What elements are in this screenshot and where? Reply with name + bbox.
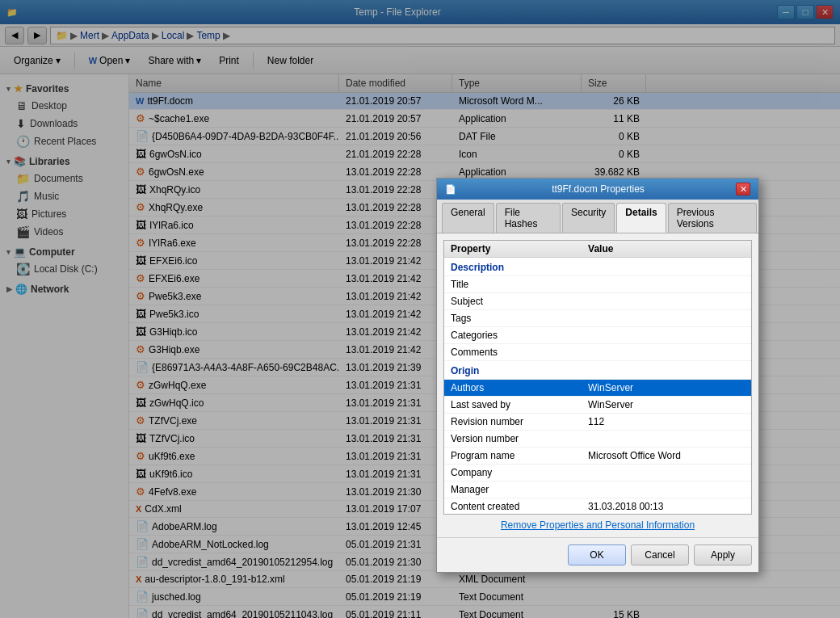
prop-key: Last saved by	[444, 397, 582, 414]
modal-overlay: 📄 tt9Ff.docm Properties ✕ General File H…	[0, 0, 840, 618]
prop-value	[582, 344, 751, 361]
prop-value: 31.03.2018 00:13	[582, 498, 751, 515]
prop-row: Tags	[444, 310, 751, 327]
ok-button[interactable]: OK	[568, 544, 626, 565]
prop-key: Title	[444, 276, 582, 293]
tab-file-hashes[interactable]: File Hashes	[496, 203, 561, 233]
tab-details[interactable]: Details	[616, 203, 666, 233]
prop-value: Microsoft Office Word	[582, 448, 751, 465]
prop-row: Last saved byWinServer	[444, 397, 751, 414]
prop-row: Content created31.03.2018 00:13	[444, 498, 751, 515]
prop-key: Tags	[444, 310, 582, 327]
prop-value: 112	[582, 414, 751, 431]
prop-key: Company	[444, 465, 582, 481]
dialog-content: Property Value DescriptionTitleSubjectTa…	[437, 233, 758, 537]
cancel-button[interactable]: Cancel	[631, 544, 689, 565]
property-table-container[interactable]: Property Value DescriptionTitleSubjectTa…	[443, 240, 752, 515]
prop-row: Subject	[444, 293, 751, 310]
prop-col-property: Property	[444, 241, 582, 258]
prop-value	[582, 293, 751, 310]
dialog-close-button[interactable]: ✕	[736, 183, 750, 195]
prop-value	[582, 310, 751, 327]
prop-section-label: Description	[444, 258, 751, 276]
property-table: Property Value DescriptionTitleSubjectTa…	[444, 241, 751, 515]
prop-section-row: Description	[444, 258, 751, 276]
remove-properties-link[interactable]: Remove Properties and Personal Informati…	[443, 519, 752, 531]
apply-button[interactable]: Apply	[694, 544, 752, 565]
prop-value: WinServer	[582, 397, 751, 414]
prop-key: Program name	[444, 448, 582, 465]
tab-security[interactable]: Security	[562, 203, 615, 233]
prop-key: Authors	[444, 380, 582, 397]
prop-value	[582, 481, 751, 498]
dialog-icon: 📄	[445, 184, 456, 195]
prop-row: Company	[444, 465, 751, 481]
prop-section-row: Origin	[444, 361, 751, 380]
dialog-buttons: OK Cancel Apply	[437, 537, 758, 572]
prop-key: Revision number	[444, 414, 582, 431]
tab-general[interactable]: General	[442, 203, 494, 233]
prop-key: Manager	[444, 481, 582, 498]
prop-row: AuthorsWinServer	[444, 380, 751, 397]
prop-key: Subject	[444, 293, 582, 310]
prop-col-value: Value	[582, 241, 751, 258]
dialog-tabs: General File Hashes Security Details Pre…	[437, 200, 758, 233]
prop-section-label: Origin	[444, 361, 751, 380]
prop-key: Version number	[444, 431, 582, 448]
prop-value	[582, 465, 751, 481]
properties-dialog: 📄 tt9Ff.docm Properties ✕ General File H…	[436, 178, 759, 573]
prop-value	[582, 327, 751, 344]
tab-previous-versions[interactable]: Previous Versions	[668, 203, 757, 233]
prop-value	[582, 431, 751, 448]
prop-row: Comments	[444, 344, 751, 361]
prop-row: Program nameMicrosoft Office Word	[444, 448, 751, 465]
prop-key: Comments	[444, 344, 582, 361]
dialog-title-bar: 📄 tt9Ff.docm Properties ✕	[437, 179, 758, 200]
prop-value	[582, 276, 751, 293]
prop-key: Content created	[444, 498, 582, 515]
prop-row: Categories	[444, 327, 751, 344]
prop-row: Version number	[444, 431, 751, 448]
prop-key: Categories	[444, 327, 582, 344]
prop-row: Manager	[444, 481, 751, 498]
dialog-title-text: tt9Ff.docm Properties	[552, 183, 645, 195]
prop-value: WinServer	[582, 380, 751, 397]
prop-row: Revision number112	[444, 414, 751, 431]
prop-row: Title	[444, 276, 751, 293]
